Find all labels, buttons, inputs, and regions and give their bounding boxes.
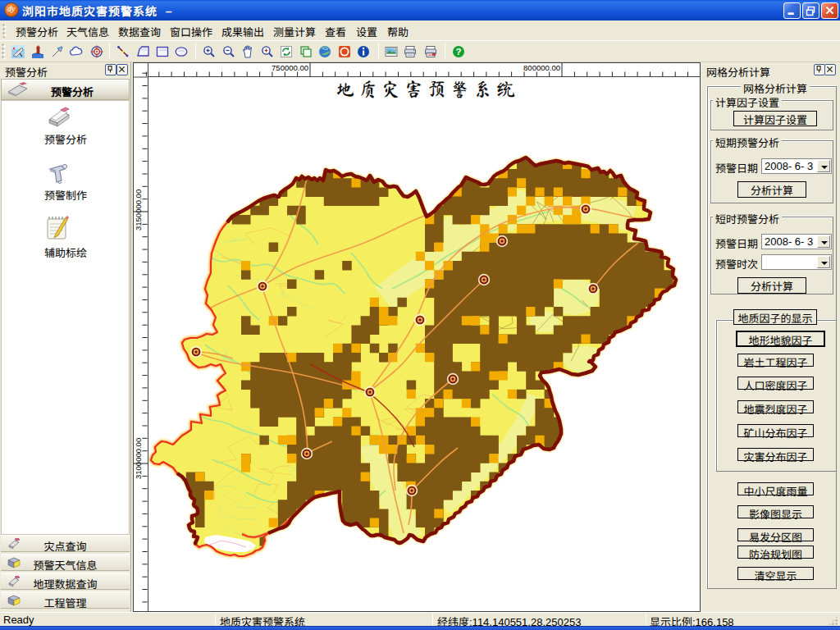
svg-text:750000.00: 750000.00 <box>272 63 308 72</box>
svg-text:800000.00: 800000.00 <box>523 63 560 72</box>
svg-text:?: ? <box>455 47 461 57</box>
svg-text:3100000.00: 3100000.00 <box>134 438 143 479</box>
svg-text:3150000.00: 3150000.00 <box>134 189 143 231</box>
